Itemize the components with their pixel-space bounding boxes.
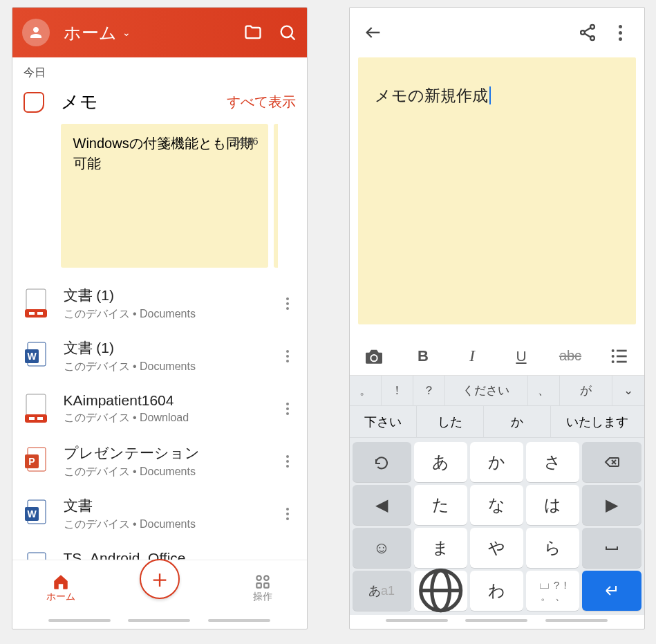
bold-button[interactable]: B bbox=[412, 345, 434, 367]
suggestion[interactable]: 下さい bbox=[350, 406, 417, 437]
notes-carousel[interactable]: Windowsの付箋機能とも同期可能 14:46 bbox=[12, 114, 307, 277]
show-all-link[interactable]: すべて表示 bbox=[227, 93, 296, 111]
text-cursor bbox=[489, 86, 491, 104]
suggestion[interactable]: ください bbox=[445, 376, 528, 405]
sticky-time: 14:46 bbox=[232, 134, 259, 149]
key-a[interactable]: あ bbox=[414, 442, 467, 482]
more-icon[interactable] bbox=[279, 455, 296, 468]
office-file-icon bbox=[24, 394, 48, 424]
more-icon[interactable] bbox=[279, 403, 296, 415]
overflow-menu-icon[interactable] bbox=[611, 25, 630, 41]
list-item[interactable]: KAimpatient1604 このデバイス • Download bbox=[12, 383, 307, 435]
doc-name: 文書 (1) bbox=[64, 286, 279, 305]
doc-name: プレゼンテーション bbox=[64, 443, 279, 463]
key-ma[interactable]: ま bbox=[414, 528, 467, 568]
camera-icon[interactable] bbox=[363, 345, 385, 367]
key-ta[interactable]: た bbox=[414, 485, 467, 525]
doc-location: このデバイス • Documents bbox=[64, 465, 279, 479]
keyboard-grid: あ か さ ◀ た な は ▶ ☺ ま や ら あa1 わ bbox=[350, 438, 644, 615]
more-icon[interactable] bbox=[279, 297, 296, 310]
fab-add[interactable]: ＋ bbox=[140, 559, 180, 599]
list-item[interactable]: W TS_Android_Office OneDrive - 個人用 • TS原… bbox=[12, 540, 307, 560]
more-icon[interactable] bbox=[279, 508, 296, 520]
key-mode-switch[interactable]: あa1 bbox=[353, 571, 411, 611]
key-punctuation[interactable]: ⌴?! 。、 bbox=[526, 571, 579, 611]
svg-rect-5 bbox=[37, 312, 43, 315]
soft-keyboard: 。 ！ ？ ください 、 が ⌄ 下さい した か いたします あ か さ ◀ … bbox=[350, 376, 644, 615]
key-globe[interactable] bbox=[414, 571, 467, 611]
word-file-icon: W bbox=[24, 551, 48, 560]
svg-rect-3 bbox=[25, 309, 47, 318]
svg-rect-10 bbox=[25, 414, 47, 423]
key-left[interactable]: ◀ bbox=[353, 485, 411, 525]
suggestion[interactable]: が bbox=[560, 376, 612, 405]
italic-button[interactable]: I bbox=[461, 345, 483, 367]
suggestion[interactable]: 、 bbox=[528, 376, 560, 405]
document-list: 文書 (1) このデバイス • Documents W 文書 (1) このデバイ… bbox=[12, 277, 307, 560]
key-enter[interactable] bbox=[582, 571, 641, 611]
back-button[interactable] bbox=[364, 23, 383, 42]
app-title: ホーム bbox=[64, 21, 117, 44]
user-avatar[interactable] bbox=[22, 19, 50, 46]
system-gesture-bar bbox=[12, 615, 307, 629]
nav-home[interactable]: ホーム bbox=[46, 573, 75, 603]
bottom-nav: ホーム 操作 ＋ bbox=[12, 560, 307, 615]
folder-icon[interactable] bbox=[243, 23, 263, 42]
doc-name: KAimpatient1604 bbox=[64, 392, 279, 409]
suggestion[interactable]: した bbox=[417, 406, 484, 437]
key-space[interactable] bbox=[582, 528, 641, 568]
suggestion[interactable]: 。 bbox=[350, 376, 382, 405]
key-emoji[interactable]: ☺ bbox=[353, 528, 411, 568]
svg-point-24 bbox=[264, 576, 269, 580]
doc-name: 文書 (1) bbox=[64, 338, 279, 358]
underline-button[interactable]: U bbox=[510, 345, 532, 367]
note-textarea[interactable]: メモの新規作成 bbox=[358, 57, 636, 324]
search-icon[interactable] bbox=[278, 23, 297, 42]
key-ya[interactable]: や bbox=[470, 528, 523, 568]
expand-suggestions-icon[interactable]: ⌄ bbox=[612, 376, 644, 405]
svg-line-32 bbox=[584, 33, 590, 37]
memo-section-header: メモ すべて表示 bbox=[12, 90, 307, 114]
suggestion[interactable]: ！ bbox=[382, 376, 413, 405]
svg-rect-9 bbox=[26, 394, 46, 418]
suggestion[interactable]: ？ bbox=[413, 376, 445, 405]
sticky-note-next[interactable] bbox=[274, 124, 278, 268]
office-file-icon bbox=[24, 288, 48, 319]
key-na[interactable]: な bbox=[470, 485, 523, 525]
note-icon bbox=[24, 92, 44, 113]
svg-text:W: W bbox=[27, 508, 37, 519]
key-wa[interactable]: わ bbox=[470, 571, 523, 611]
strikethrough-button[interactable]: abc bbox=[559, 345, 581, 367]
doc-location: このデバイス • Documents bbox=[64, 517, 279, 532]
list-item[interactable]: P プレゼンテーション このデバイス • Documents bbox=[12, 435, 307, 488]
key-backspace[interactable] bbox=[582, 442, 641, 482]
key-right[interactable]: ▶ bbox=[582, 485, 641, 525]
key-ra[interactable]: ら bbox=[526, 528, 579, 568]
word-file-icon: W bbox=[24, 499, 48, 529]
suggestion[interactable]: か bbox=[484, 406, 551, 437]
svg-rect-38 bbox=[617, 355, 627, 357]
svg-line-31 bbox=[584, 28, 590, 32]
list-item[interactable]: W 文書 (1) このデバイス • Documents bbox=[12, 330, 307, 383]
system-gesture-bar bbox=[350, 615, 644, 629]
nav-home-label: ホーム bbox=[46, 591, 75, 603]
bullet-list-icon[interactable] bbox=[608, 345, 630, 367]
more-icon[interactable] bbox=[279, 350, 296, 362]
suggestion[interactable]: いたします bbox=[551, 406, 644, 437]
key-sa[interactable]: さ bbox=[526, 442, 579, 482]
doc-name: 文書 bbox=[64, 496, 279, 515]
note-content: メモの新規作成 bbox=[375, 86, 488, 104]
list-item[interactable]: W 文書 このデバイス • Documents bbox=[12, 488, 307, 540]
svg-point-36 bbox=[612, 360, 615, 363]
nav-actions-label: 操作 bbox=[253, 591, 272, 603]
app-header: ホーム ⌄ bbox=[12, 8, 307, 57]
nav-actions[interactable]: 操作 bbox=[253, 573, 272, 603]
share-icon[interactable] bbox=[578, 23, 597, 42]
sticky-note[interactable]: Windowsの付箋機能とも同期可能 14:46 bbox=[61, 124, 268, 268]
key-ha[interactable]: は bbox=[526, 485, 579, 525]
key-undo[interactable] bbox=[353, 442, 411, 482]
doc-location: このデバイス • Download bbox=[64, 411, 279, 425]
title-dropdown[interactable]: ホーム ⌄ bbox=[64, 21, 228, 44]
key-ka[interactable]: か bbox=[470, 442, 523, 482]
list-item[interactable]: 文書 (1) このデバイス • Documents bbox=[12, 277, 307, 330]
